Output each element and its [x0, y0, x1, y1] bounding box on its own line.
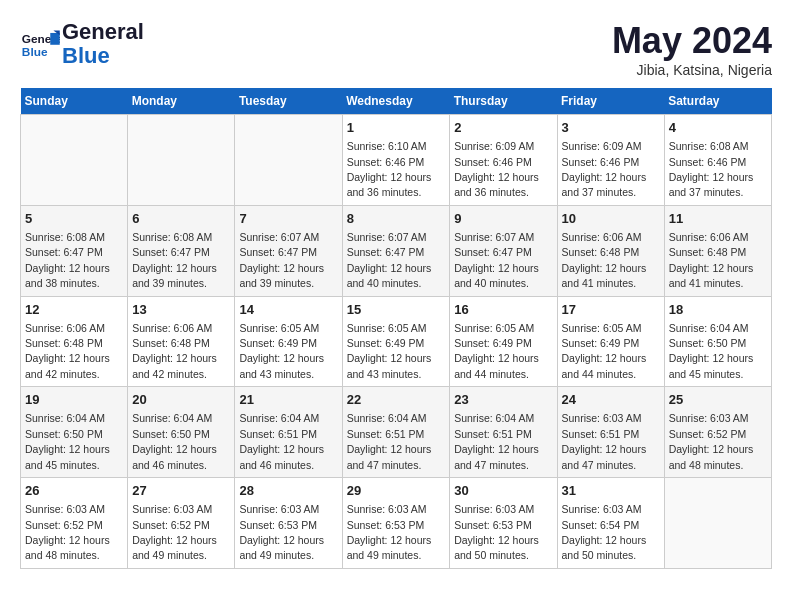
calendar-cell: 10Sunrise: 6:06 AMSunset: 6:48 PMDayligh…	[557, 205, 664, 296]
month-title: May 2024	[612, 20, 772, 62]
day-number: 11	[669, 210, 767, 228]
day-header-row: SundayMondayTuesdayWednesdayThursdayFrid…	[21, 88, 772, 115]
day-number: 31	[562, 482, 660, 500]
cell-sunrise: Sunrise: 6:04 AMSunset: 6:51 PMDaylight:…	[347, 412, 432, 470]
cell-sunrise: Sunrise: 6:04 AMSunset: 6:50 PMDaylight:…	[669, 322, 754, 380]
calendar-cell: 13Sunrise: 6:06 AMSunset: 6:48 PMDayligh…	[128, 296, 235, 387]
day-number: 6	[132, 210, 230, 228]
cell-sunrise: Sunrise: 6:03 AMSunset: 6:52 PMDaylight:…	[132, 503, 217, 561]
day-number: 26	[25, 482, 123, 500]
cell-sunrise: Sunrise: 6:04 AMSunset: 6:50 PMDaylight:…	[132, 412, 217, 470]
day-number: 1	[347, 119, 446, 137]
cell-sunrise: Sunrise: 6:09 AMSunset: 6:46 PMDaylight:…	[454, 140, 539, 198]
calendar-cell: 12Sunrise: 6:06 AMSunset: 6:48 PMDayligh…	[21, 296, 128, 387]
title-block: May 2024 Jibia, Katsina, Nigeria	[612, 20, 772, 78]
cell-sunrise: Sunrise: 6:04 AMSunset: 6:51 PMDaylight:…	[454, 412, 539, 470]
calendar-cell: 4Sunrise: 6:08 AMSunset: 6:46 PMDaylight…	[664, 115, 771, 206]
week-row-5: 26Sunrise: 6:03 AMSunset: 6:52 PMDayligh…	[21, 478, 772, 569]
logo-text-block: General Blue	[62, 20, 144, 68]
cell-sunrise: Sunrise: 6:08 AMSunset: 6:47 PMDaylight:…	[25, 231, 110, 289]
day-number: 23	[454, 391, 552, 409]
cell-sunrise: Sunrise: 6:07 AMSunset: 6:47 PMDaylight:…	[454, 231, 539, 289]
calendar-cell: 20Sunrise: 6:04 AMSunset: 6:50 PMDayligh…	[128, 387, 235, 478]
day-header-monday: Monday	[128, 88, 235, 115]
day-header-sunday: Sunday	[21, 88, 128, 115]
day-header-friday: Friday	[557, 88, 664, 115]
day-number: 3	[562, 119, 660, 137]
calendar-cell: 15Sunrise: 6:05 AMSunset: 6:49 PMDayligh…	[342, 296, 450, 387]
day-header-wednesday: Wednesday	[342, 88, 450, 115]
cell-sunrise: Sunrise: 6:08 AMSunset: 6:47 PMDaylight:…	[132, 231, 217, 289]
day-number: 15	[347, 301, 446, 319]
svg-text:Blue: Blue	[22, 45, 48, 59]
cell-sunrise: Sunrise: 6:05 AMSunset: 6:49 PMDaylight:…	[347, 322, 432, 380]
calendar-cell: 7Sunrise: 6:07 AMSunset: 6:47 PMDaylight…	[235, 205, 342, 296]
day-number: 20	[132, 391, 230, 409]
calendar-cell: 29Sunrise: 6:03 AMSunset: 6:53 PMDayligh…	[342, 478, 450, 569]
day-number: 28	[239, 482, 337, 500]
cell-sunrise: Sunrise: 6:05 AMSunset: 6:49 PMDaylight:…	[562, 322, 647, 380]
cell-sunrise: Sunrise: 6:03 AMSunset: 6:54 PMDaylight:…	[562, 503, 647, 561]
cell-sunrise: Sunrise: 6:04 AMSunset: 6:50 PMDaylight:…	[25, 412, 110, 470]
page-header: General Blue General Blue May 2024 Jibia…	[20, 20, 772, 78]
day-number: 25	[669, 391, 767, 409]
calendar-cell: 26Sunrise: 6:03 AMSunset: 6:52 PMDayligh…	[21, 478, 128, 569]
calendar-cell: 1Sunrise: 6:10 AMSunset: 6:46 PMDaylight…	[342, 115, 450, 206]
calendar-cell: 5Sunrise: 6:08 AMSunset: 6:47 PMDaylight…	[21, 205, 128, 296]
day-number: 8	[347, 210, 446, 228]
calendar-cell: 2Sunrise: 6:09 AMSunset: 6:46 PMDaylight…	[450, 115, 557, 206]
cell-sunrise: Sunrise: 6:06 AMSunset: 6:48 PMDaylight:…	[669, 231, 754, 289]
calendar-cell	[128, 115, 235, 206]
week-row-1: 1Sunrise: 6:10 AMSunset: 6:46 PMDaylight…	[21, 115, 772, 206]
calendar-cell	[235, 115, 342, 206]
week-row-2: 5Sunrise: 6:08 AMSunset: 6:47 PMDaylight…	[21, 205, 772, 296]
cell-sunrise: Sunrise: 6:07 AMSunset: 6:47 PMDaylight:…	[347, 231, 432, 289]
day-number: 27	[132, 482, 230, 500]
calendar-cell: 24Sunrise: 6:03 AMSunset: 6:51 PMDayligh…	[557, 387, 664, 478]
cell-sunrise: Sunrise: 6:06 AMSunset: 6:48 PMDaylight:…	[25, 322, 110, 380]
svg-marker-2	[50, 33, 59, 45]
calendar-cell: 27Sunrise: 6:03 AMSunset: 6:52 PMDayligh…	[128, 478, 235, 569]
cell-sunrise: Sunrise: 6:03 AMSunset: 6:51 PMDaylight:…	[562, 412, 647, 470]
day-number: 9	[454, 210, 552, 228]
cell-sunrise: Sunrise: 6:05 AMSunset: 6:49 PMDaylight:…	[239, 322, 324, 380]
calendar-cell: 8Sunrise: 6:07 AMSunset: 6:47 PMDaylight…	[342, 205, 450, 296]
calendar-cell: 19Sunrise: 6:04 AMSunset: 6:50 PMDayligh…	[21, 387, 128, 478]
day-number: 16	[454, 301, 552, 319]
cell-sunrise: Sunrise: 6:10 AMSunset: 6:46 PMDaylight:…	[347, 140, 432, 198]
day-number: 30	[454, 482, 552, 500]
cell-sunrise: Sunrise: 6:08 AMSunset: 6:46 PMDaylight:…	[669, 140, 754, 198]
cell-sunrise: Sunrise: 6:03 AMSunset: 6:53 PMDaylight:…	[239, 503, 324, 561]
calendar-cell: 9Sunrise: 6:07 AMSunset: 6:47 PMDaylight…	[450, 205, 557, 296]
logo-icon: General Blue	[20, 29, 60, 59]
day-number: 12	[25, 301, 123, 319]
day-header-tuesday: Tuesday	[235, 88, 342, 115]
day-number: 24	[562, 391, 660, 409]
calendar-table: SundayMondayTuesdayWednesdayThursdayFrid…	[20, 88, 772, 569]
day-number: 14	[239, 301, 337, 319]
day-number: 13	[132, 301, 230, 319]
day-number: 18	[669, 301, 767, 319]
calendar-cell: 17Sunrise: 6:05 AMSunset: 6:49 PMDayligh…	[557, 296, 664, 387]
cell-sunrise: Sunrise: 6:04 AMSunset: 6:51 PMDaylight:…	[239, 412, 324, 470]
cell-sunrise: Sunrise: 6:05 AMSunset: 6:49 PMDaylight:…	[454, 322, 539, 380]
calendar-cell: 28Sunrise: 6:03 AMSunset: 6:53 PMDayligh…	[235, 478, 342, 569]
cell-sunrise: Sunrise: 6:03 AMSunset: 6:53 PMDaylight:…	[454, 503, 539, 561]
day-number: 19	[25, 391, 123, 409]
calendar-cell: 21Sunrise: 6:04 AMSunset: 6:51 PMDayligh…	[235, 387, 342, 478]
calendar-cell: 25Sunrise: 6:03 AMSunset: 6:52 PMDayligh…	[664, 387, 771, 478]
calendar-cell: 30Sunrise: 6:03 AMSunset: 6:53 PMDayligh…	[450, 478, 557, 569]
cell-sunrise: Sunrise: 6:03 AMSunset: 6:52 PMDaylight:…	[25, 503, 110, 561]
day-number: 4	[669, 119, 767, 137]
day-number: 10	[562, 210, 660, 228]
day-header-saturday: Saturday	[664, 88, 771, 115]
day-header-thursday: Thursday	[450, 88, 557, 115]
calendar-cell: 14Sunrise: 6:05 AMSunset: 6:49 PMDayligh…	[235, 296, 342, 387]
cell-sunrise: Sunrise: 6:06 AMSunset: 6:48 PMDaylight:…	[562, 231, 647, 289]
cell-sunrise: Sunrise: 6:09 AMSunset: 6:46 PMDaylight:…	[562, 140, 647, 198]
calendar-cell: 22Sunrise: 6:04 AMSunset: 6:51 PMDayligh…	[342, 387, 450, 478]
day-number: 5	[25, 210, 123, 228]
location: Jibia, Katsina, Nigeria	[612, 62, 772, 78]
week-row-4: 19Sunrise: 6:04 AMSunset: 6:50 PMDayligh…	[21, 387, 772, 478]
cell-sunrise: Sunrise: 6:06 AMSunset: 6:48 PMDaylight:…	[132, 322, 217, 380]
